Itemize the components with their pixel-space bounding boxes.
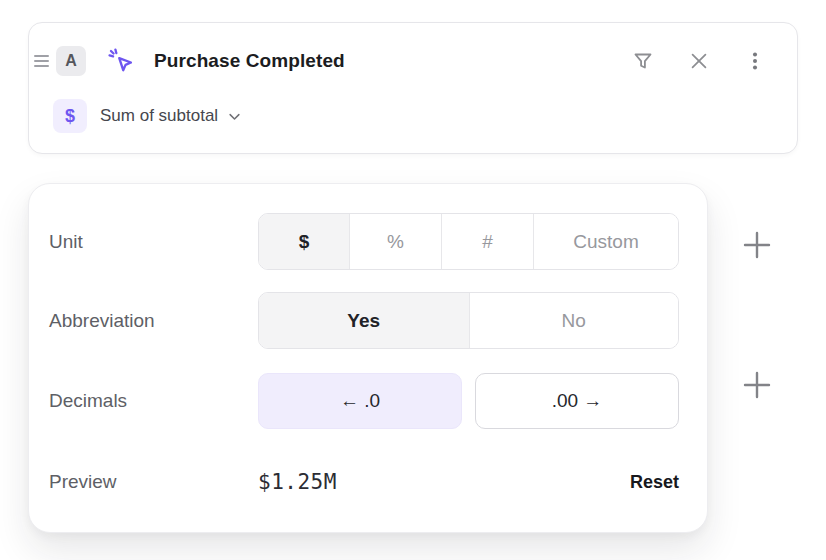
event-index-badge[interactable]: A bbox=[56, 46, 86, 76]
unit-option-percent[interactable]: % bbox=[349, 214, 441, 269]
unit-segmented-control: $ % # Custom bbox=[258, 213, 679, 270]
decimals-controls: ← .0 .00 → bbox=[258, 373, 679, 429]
preview-label: Preview bbox=[49, 471, 258, 493]
unit-label: Unit bbox=[49, 231, 258, 253]
abbreviation-row: Abbreviation Yes No bbox=[49, 292, 679, 349]
event-card: A Purchase Completed bbox=[28, 22, 798, 154]
click-spark-icon bbox=[106, 46, 136, 76]
event-card-actions bbox=[631, 49, 767, 73]
event-card-header: A Purchase Completed bbox=[34, 39, 777, 83]
decrease-decimals-button[interactable]: ← .0 bbox=[258, 373, 462, 429]
reset-button[interactable]: Reset bbox=[630, 472, 679, 493]
increase-decimals-button[interactable]: .00 → bbox=[475, 373, 679, 429]
preview-row: Preview $1.25M Reset bbox=[49, 454, 679, 510]
add-metric-button[interactable] bbox=[743, 371, 771, 399]
metric-selector[interactable]: $ Sum of subtotal bbox=[53, 96, 242, 136]
unit-row: Unit $ % # Custom bbox=[49, 213, 679, 270]
preview-value: $1.25M bbox=[258, 470, 337, 494]
add-event-button[interactable] bbox=[743, 231, 771, 259]
filter-icon[interactable] bbox=[631, 49, 655, 73]
metric-format-screen: A Purchase Completed bbox=[0, 0, 826, 560]
abbreviation-option-no[interactable]: No bbox=[469, 293, 679, 348]
abbreviation-segmented-control: Yes No bbox=[258, 292, 679, 349]
decimals-label: Decimals bbox=[49, 390, 258, 412]
metric-label: Sum of subtotal bbox=[100, 106, 218, 126]
abbreviation-label: Abbreviation bbox=[49, 310, 258, 332]
decimals-row: Decimals ← .0 .00 → bbox=[49, 373, 679, 429]
abbreviation-option-yes[interactable]: Yes bbox=[259, 293, 469, 348]
close-icon[interactable] bbox=[687, 49, 711, 73]
unit-option-number[interactable]: # bbox=[441, 214, 533, 269]
chevron-down-icon bbox=[227, 109, 242, 124]
dollar-badge-icon: $ bbox=[53, 99, 87, 133]
event-title[interactable]: Purchase Completed bbox=[154, 50, 345, 72]
unit-option-dollar[interactable]: $ bbox=[259, 214, 349, 269]
number-format-panel: Unit $ % # Custom Abbreviation Yes No De… bbox=[28, 183, 708, 533]
drag-handle-icon[interactable] bbox=[34, 55, 49, 67]
kebab-menu-icon[interactable] bbox=[743, 49, 767, 73]
unit-option-custom[interactable]: Custom bbox=[533, 214, 678, 269]
